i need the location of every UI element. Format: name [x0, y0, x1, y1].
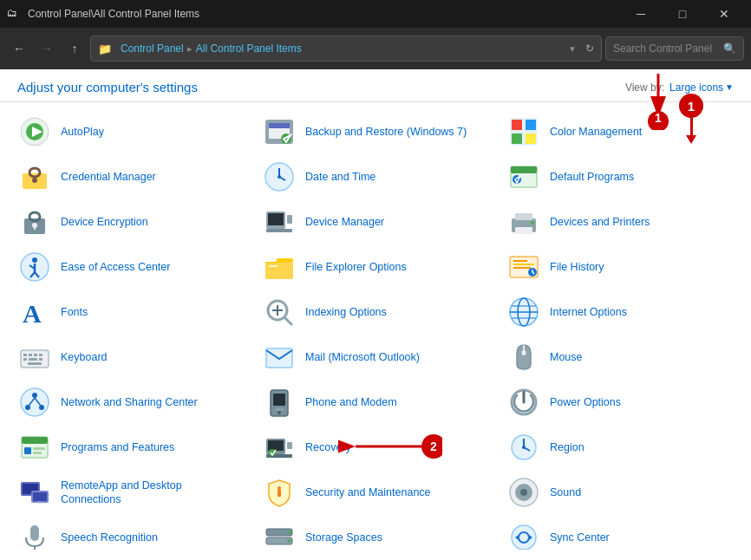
svg-rect-31 [287, 215, 292, 224]
device-encryption-icon [17, 205, 52, 239]
main-content: Adjust your computer's settings View by:… [0, 69, 751, 560]
svg-rect-68 [39, 358, 42, 361]
svg-point-115 [287, 531, 291, 534]
address-dropdown-icon[interactable]: ▼ [568, 44, 577, 54]
svg-rect-64 [34, 354, 37, 356]
address-bar[interactable]: 📁 Control Panel ▸ All Control Panel Item… [90, 36, 602, 62]
devices-printers-label: Devices and Printers [550, 215, 650, 229]
list-item[interactable]: Programs and Features [9, 425, 253, 470]
list-item[interactable]: Power Options [498, 380, 742, 425]
minimize-button[interactable]: ─ [621, 0, 661, 28]
date-time-icon [262, 160, 297, 194]
up-button[interactable]: ↑ [62, 36, 87, 61]
maximize-button[interactable]: □ [663, 0, 702, 28]
sync-center-icon [506, 520, 541, 550]
list-item[interactable]: File Explorer Options [253, 244, 498, 290]
list-item[interactable]: Keyboard [9, 335, 253, 380]
list-item[interactable]: Credential Manager [9, 154, 253, 199]
close-button[interactable]: ✕ [704, 0, 744, 28]
svg-rect-80 [273, 394, 285, 406]
region-label: Region [550, 440, 584, 454]
svg-rect-10 [526, 120, 536, 130]
phone-modem-label: Phone and Modem [305, 395, 397, 409]
device-mgr-label: Device Manager [305, 215, 384, 229]
security-maintenance-label: Security and Maintenance [305, 485, 431, 499]
forward-button[interactable]: → [35, 36, 59, 61]
keyboard-icon [17, 340, 52, 374]
list-item[interactable]: Internet Options [498, 290, 742, 335]
list-item[interactable]: Device Encryption [9, 199, 253, 244]
page-title: Adjust your computer's settings [17, 80, 198, 94]
default-programs-label: Default Programs [550, 170, 634, 184]
list-item[interactable]: Security and Maintenance [253, 470, 498, 515]
addressbar: ← → ↑ 📁 Control Panel ▸ All Control Pane… [0, 28, 751, 69]
refresh-button[interactable]: ↻ [585, 42, 594, 55]
file-history-label: File History [550, 260, 604, 274]
list-item[interactable]: Color Management [498, 109, 742, 154]
svg-point-82 [278, 408, 281, 411]
back-button[interactable]: ← [7, 36, 31, 61]
svg-point-35 [531, 221, 534, 225]
list-item[interactable]: Indexing Options [253, 290, 498, 335]
list-item[interactable]: Storage Spaces [253, 515, 498, 550]
speech-recognition-label: Speech Recognition [61, 531, 158, 544]
list-item[interactable]: File History [498, 244, 742, 290]
svg-rect-33 [515, 213, 532, 220]
list-item[interactable]: Sound [498, 470, 742, 515]
breadcrumb-all-items[interactable]: All Control Panel Items [196, 42, 302, 55]
svg-point-83 [281, 408, 284, 411]
list-item[interactable]: Sync Center [498, 515, 742, 550]
window-controls: ─ □ ✕ [621, 0, 744, 28]
app-icon: 🗂 [7, 7, 21, 21]
svg-point-109 [520, 489, 527, 496]
sound-label: Sound [550, 485, 581, 499]
items-grid: AutoPlay Backup and Restore (Windows 7) … [0, 102, 751, 550]
power-options-icon [506, 385, 541, 420]
svg-rect-62 [23, 354, 27, 356]
internet-options-icon [506, 295, 541, 329]
svg-point-75 [25, 405, 30, 410]
list-item[interactable]: Speech Recognition [9, 515, 253, 550]
list-item[interactable]: AutoPlay [9, 109, 253, 154]
storage-spaces-icon [262, 520, 297, 550]
phone-modem-icon [262, 385, 297, 420]
list-item[interactable]: Devices and Printers [498, 199, 742, 244]
svg-rect-47 [513, 267, 531, 269]
list-item[interactable]: Date and Time [253, 154, 498, 199]
breadcrumb-control-panel[interactable]: Control Panel [121, 42, 184, 55]
svg-point-76 [39, 405, 44, 410]
remoteapp-label: RemoteApp and Desktop Connections [61, 479, 245, 507]
mouse-icon [506, 340, 541, 374]
list-item[interactable]: Mail (Microsoft Outlook) [253, 335, 498, 380]
list-item[interactable]: Mouse [498, 335, 742, 380]
list-item[interactable]: A Fonts [9, 290, 253, 335]
devices-printers-icon [506, 205, 541, 239]
list-item[interactable]: RemoteApp and Desktop Connections [9, 470, 253, 515]
svg-point-72 [522, 350, 526, 355]
backup-label: Backup and Restore (Windows 7) [305, 125, 467, 139]
list-item[interactable]: Backup and Restore (Windows 7) [253, 109, 498, 154]
fonts-label: Fonts [61, 305, 88, 319]
list-item[interactable]: Region [498, 425, 742, 470]
search-box[interactable]: Search Control Panel 🔍 [605, 36, 744, 61]
svg-rect-92 [268, 440, 284, 451]
device-encryption-label: Device Encryption [61, 215, 148, 229]
content-header: Adjust your computer's settings View by:… [0, 69, 751, 102]
programs-features-label: Programs and Features [61, 440, 174, 454]
list-item[interactable]: Default Programs [498, 154, 742, 199]
ease-access-icon [17, 250, 52, 284]
svg-rect-14 [29, 168, 40, 177]
list-item[interactable]: Network and Sharing Center [9, 380, 253, 425]
region-icon [506, 430, 541, 465]
fonts-icon: A [17, 295, 52, 329]
view-by-value[interactable]: Large icons ▼ [669, 81, 734, 94]
address-folder-icon: 📁 [98, 42, 112, 55]
list-item[interactable]: Device Manager [253, 199, 498, 244]
default-programs-icon [506, 160, 541, 194]
svg-rect-29 [268, 213, 284, 225]
list-item[interactable]: Ease of Access Center [9, 244, 253, 290]
recovery-icon [262, 430, 297, 465]
svg-rect-65 [39, 354, 42, 356]
list-item[interactable]: Phone and Modem [253, 380, 498, 425]
list-item[interactable]: Recovery [253, 425, 498, 470]
